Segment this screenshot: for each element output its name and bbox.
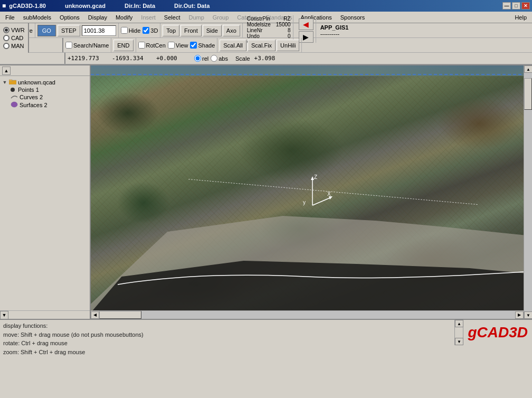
- constpln-label: ConstrPln: [247, 16, 271, 22]
- brand-text: gCAD3D: [468, 324, 528, 341]
- tree-bullet: [11, 88, 15, 92]
- vwr-radio[interactable]: [3, 27, 10, 33]
- hscroll-left[interactable]: ◀: [91, 311, 99, 319]
- end-button[interactable]: END: [113, 40, 133, 51]
- tb1-checkboxes-group: Hide 3D: [119, 23, 161, 37]
- tb2-rotcen-group: RotCen View Shade: [136, 38, 218, 52]
- status-scroll-track: [455, 327, 463, 338]
- step-input[interactable]: [82, 25, 116, 36]
- tree-expand-icon[interactable]: ▼: [2, 80, 7, 85]
- patch-3: [437, 97, 521, 150]
- tree-root-item[interactable]: ▼ unknown.qcad: [2, 78, 88, 86]
- rotcen-checkbox[interactable]: [138, 42, 145, 49]
- dir-in: Dir.In: Data: [125, 3, 155, 9]
- axis-indicator: Z X y: [291, 174, 334, 212]
- hscroll-track[interactable]: [99, 311, 515, 319]
- abs-radio[interactable]: [211, 55, 217, 62]
- close-button[interactable]: ✕: [521, 2, 530, 10]
- rotcen-label: RotCen: [146, 42, 166, 49]
- viewport-scrollbar[interactable]: ▲ ▼: [524, 65, 532, 319]
- go-button[interactable]: GO: [37, 25, 56, 36]
- view-checkbox[interactable]: [168, 42, 175, 49]
- shade-checkbox[interactable]: [190, 42, 197, 49]
- side-button[interactable]: Side: [203, 25, 222, 36]
- minimize-button[interactable]: —: [502, 2, 511, 10]
- tree-curves-label: Curves 2: [20, 94, 43, 100]
- menu-file[interactable]: File: [1, 13, 19, 22]
- tb1-go-group: GO STEP: [35, 23, 119, 37]
- menu-submodels[interactable]: subModels: [19, 13, 55, 22]
- titlebar: ■ gCAD3D-1.80 unknown.gcad Dir.In: Data …: [0, 0, 532, 12]
- modelsize-label: Modelsize: [247, 22, 271, 27]
- abs-label: abs: [218, 55, 228, 62]
- rel-label: rel: [202, 55, 208, 62]
- toolbar-section: VWR CAD MAN Measure GO STEP: [0, 23, 532, 65]
- tree-surfaces-label: Surfaces 2: [20, 102, 48, 108]
- tb2-end-group: END: [111, 38, 136, 52]
- tb1-info-group: ConstrPln RZ Modelsize 15000 LineNr 8 Un…: [243, 23, 532, 37]
- scal-fix-button[interactable]: Scal.Fix: [248, 40, 276, 51]
- coord-z: +0.000: [156, 55, 188, 62]
- tree-points[interactable]: Points 1: [2, 86, 88, 93]
- tree-area: ▼ unknown.qcad Points 1: [0, 76, 90, 310]
- hscroll-bar[interactable]: ◀ ▶: [91, 310, 524, 319]
- undo-button[interactable]: ◀: [299, 18, 314, 30]
- vscroll-thumb[interactable]: [524, 78, 532, 110]
- threed-checkbox[interactable]: [142, 27, 149, 34]
- hide-checkbox[interactable]: [121, 27, 128, 34]
- shade-label: Shade: [198, 42, 215, 49]
- coord-y: -1693.334: [112, 55, 154, 62]
- dashes-label: ----------: [320, 31, 349, 37]
- abs-radio-wrap[interactable]: abs: [211, 55, 228, 62]
- hide-checkbox-wrap[interactable]: Hide: [121, 27, 141, 34]
- mode-vwr[interactable]: VWR: [3, 27, 25, 33]
- menu-options[interactable]: Options: [55, 13, 84, 22]
- hscroll-thumb[interactable]: [99, 311, 141, 319]
- shade-checkbox-wrap[interactable]: Shade: [190, 42, 215, 49]
- threed-checkbox-wrap[interactable]: 3D: [142, 27, 158, 34]
- scale-label: Scale: [235, 55, 250, 62]
- front-button[interactable]: Front: [180, 25, 202, 36]
- viewport[interactable]: Z X y ▲ ▼ ◀: [91, 65, 532, 319]
- toolbar-row1: VWR CAD MAN Measure GO STEP: [0, 23, 532, 38]
- rel-radio-wrap[interactable]: rel: [194, 55, 208, 62]
- vscroll-down[interactable]: ▼: [524, 311, 532, 319]
- status-text-area: display functions: move: Shift + drag mo…: [0, 320, 455, 345]
- sidebar-header: ▲: [0, 65, 90, 76]
- step-button[interactable]: STEP: [58, 25, 80, 36]
- man-radio[interactable]: [3, 43, 10, 49]
- view-checkbox-wrap[interactable]: View: [168, 42, 188, 49]
- rel-radio[interactable]: [194, 55, 201, 62]
- axo-button[interactable]: Axo: [223, 25, 240, 36]
- tree-curves[interactable]: Curves 2: [2, 93, 88, 101]
- menu-help[interactable]: Help: [510, 13, 531, 22]
- menu-display[interactable]: Display: [84, 13, 111, 22]
- search-checkbox[interactable]: [65, 42, 72, 49]
- vscroll-up[interactable]: ▲: [524, 65, 532, 73]
- mode-cad[interactable]: CAD: [3, 35, 25, 41]
- svg-text:Z: Z: [314, 174, 317, 180]
- menu-modify[interactable]: Modify: [111, 13, 137, 22]
- menu-sponsors[interactable]: Sponsors: [336, 13, 369, 22]
- linenr-value: 8: [276, 27, 291, 33]
- status-scroll-down[interactable]: ▼: [455, 338, 463, 345]
- rz-label: RZ: [276, 16, 291, 22]
- top-button[interactable]: Top: [163, 25, 179, 36]
- search-checkbox-wrap[interactable]: Search/Name: [65, 42, 109, 49]
- mode-man[interactable]: MAN: [3, 43, 25, 49]
- rotcen-checkbox-wrap[interactable]: RotCen: [138, 42, 166, 49]
- status-scrollbar[interactable]: ▲ ▼: [455, 320, 463, 345]
- scal-all-button[interactable]: Scal.All: [220, 40, 246, 51]
- maximize-button[interactable]: □: [512, 2, 520, 10]
- vscroll-track[interactable]: [524, 73, 532, 311]
- cad-radio[interactable]: [3, 35, 10, 41]
- menu-select[interactable]: Select: [160, 13, 185, 22]
- status-scroll-up[interactable]: ▲: [455, 320, 463, 327]
- tree-surfaces[interactable]: Surfaces 2: [2, 101, 88, 109]
- sidebar-scroll-up[interactable]: ▲: [2, 67, 11, 75]
- coord-spacer: [2, 53, 65, 64]
- sidebar-scroll-down[interactable]: ▼: [0, 311, 8, 319]
- tb2-scal-group: Scal.All Scal.Fix UnHili: [217, 38, 302, 52]
- unhili-button[interactable]: UnHili: [277, 40, 299, 51]
- hscroll-right[interactable]: ▶: [515, 311, 524, 319]
